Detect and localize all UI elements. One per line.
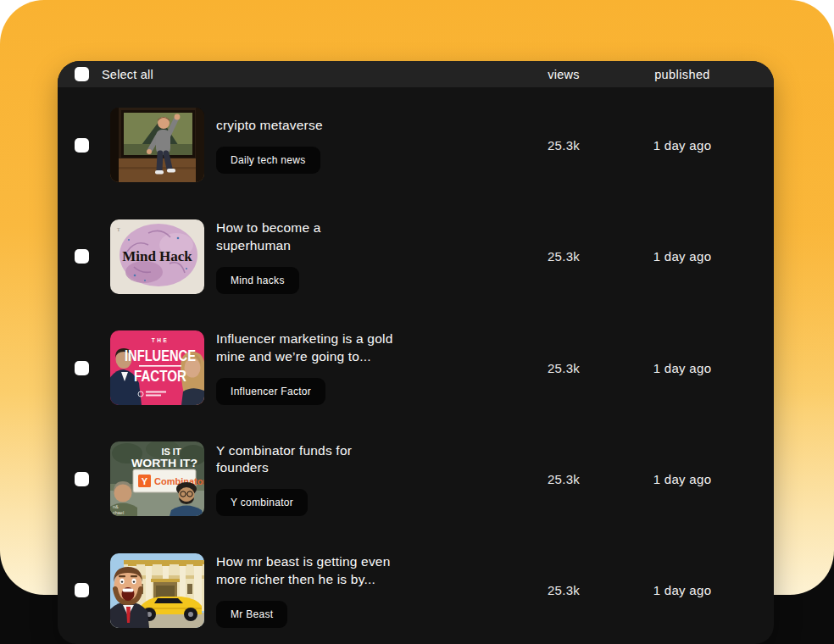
video-info: How to become a superhuman Mind hacks — [204, 219, 513, 294]
thumb-factor-text: FACTOR — [134, 368, 186, 385]
video-row[interactable]: IS IT WORTH IT? Y Combinator — [58, 421, 774, 532]
thumbnail-y-combinator[interactable]: IS IT WORTH IT? Y Combinator — [110, 441, 204, 516]
video-info: Y combinator funds for founders Y combin… — [204, 442, 513, 517]
thumbnail-mr-beast[interactable] — [110, 553, 204, 628]
views-value: 25.3k — [513, 361, 614, 375]
table-body: cryipto metaverse Daily tech news 25.3k … — [58, 87, 774, 644]
brain-illustration: T Mind Hack — [110, 219, 204, 294]
thumb-corner-mark: T — [117, 227, 120, 232]
checkbox-cell — [75, 249, 110, 264]
views-value: 25.3k — [513, 249, 614, 264]
y-combinator-cover: IS IT WORTH IT? Y Combinator — [110, 441, 204, 516]
published-value: 1 day ago — [614, 361, 750, 375]
views-value: 25.3k — [513, 583, 614, 597]
video-row[interactable]: THE INFLUENCE FACTOR Influencer marketin… — [58, 310, 774, 421]
select-all-checkbox[interactable] — [75, 67, 89, 81]
title-line: How to become a — [216, 219, 424, 237]
thumbnail-influence-factor[interactable]: THE INFLUENCE FACTOR — [110, 330, 204, 405]
title-line: mine and we’re going to... — [216, 348, 424, 366]
row-checkbox[interactable] — [75, 361, 89, 375]
thumb-worthit-text: WORTH IT? — [131, 458, 197, 469]
thumbnail-mind-hack[interactable]: T Mind Hack — [110, 219, 204, 294]
title-line: Y combinator funds for — [216, 442, 424, 460]
video-title: How to become a superhuman — [216, 219, 424, 255]
influence-factor-cover: THE INFLUENCE FACTOR — [110, 330, 204, 405]
video-info: cryipto metaverse Daily tech news — [204, 117, 513, 174]
video-table: Select all views published — [58, 61, 774, 644]
checkbox-cell — [75, 361, 110, 375]
title-line: How mr beast is getting even — [216, 553, 424, 571]
thumb-title-text: Mind Hack — [122, 248, 192, 264]
title-line: founders — [216, 459, 424, 477]
thumbnail-crypto-metaverse[interactable] — [110, 108, 204, 182]
published-value: 1 day ago — [614, 583, 750, 597]
video-title: Y combinator funds for founders — [216, 442, 424, 478]
metaverse-avatar-illustration — [110, 108, 204, 182]
title-line: Influencer marketing is a gold — [216, 330, 424, 348]
page: Select all views published — [0, 0, 834, 644]
video-title: Influencer marketing is a gold mine and … — [216, 330, 424, 366]
channel-tag-button[interactable]: Y combinator — [216, 489, 308, 516]
channel-tag-button[interactable]: Daily tech news — [216, 147, 320, 174]
thumb-influence-text: INFLUENCE — [125, 347, 196, 364]
video-title: cryipto metaverse — [216, 117, 424, 135]
thumb-the-text: THE — [152, 337, 170, 343]
thumb-caption-line: chael — [113, 510, 124, 515]
video-row[interactable]: T Mind Hack How to become a superhuman M… — [58, 198, 774, 309]
video-row[interactable]: How mr beast is getting even more richer… — [58, 533, 774, 644]
title-line: superhuman — [216, 237, 424, 255]
video-info: Influencer marketing is a gold mine and … — [204, 330, 513, 405]
published-value: 1 day ago — [614, 472, 750, 486]
row-checkbox[interactable] — [75, 138, 89, 153]
title-line: cryipto metaverse — [216, 117, 424, 135]
channel-tag-button[interactable]: Influencer Factor — [216, 378, 325, 405]
published-column-header: published — [614, 68, 750, 81]
row-checkbox[interactable] — [75, 583, 89, 597]
mr-beast-mansion-illustration — [110, 553, 204, 628]
checkbox-cell — [75, 472, 110, 486]
row-checkbox[interactable] — [75, 249, 89, 264]
thumb-isit-text: IS IT — [161, 447, 181, 457]
checkbox-cell — [75, 583, 110, 597]
published-value: 1 day ago — [614, 249, 750, 264]
video-row[interactable]: cryipto metaverse Daily tech news 25.3k … — [58, 87, 774, 198]
row-checkbox[interactable] — [75, 472, 89, 486]
video-info: How mr beast is getting even more richer… — [204, 553, 513, 628]
thumb-caption-line: n& — [113, 504, 119, 509]
select-all-label: Select all — [102, 68, 153, 81]
checkbox-cell — [75, 138, 110, 153]
video-title: How mr beast is getting even more richer… — [216, 553, 424, 589]
channel-tag-button[interactable]: Mind hacks — [216, 267, 299, 294]
channel-tag-button[interactable]: Mr Beast — [216, 601, 287, 628]
published-value: 1 day ago — [614, 138, 750, 153]
views-value: 25.3k — [513, 472, 614, 486]
table-header: Select all views published — [58, 61, 774, 87]
views-value: 25.3k — [513, 138, 614, 153]
thumb-y-logo-text: Y — [142, 476, 148, 486]
title-line: more richer then he is by... — [216, 571, 424, 589]
views-column-header: views — [513, 68, 614, 81]
